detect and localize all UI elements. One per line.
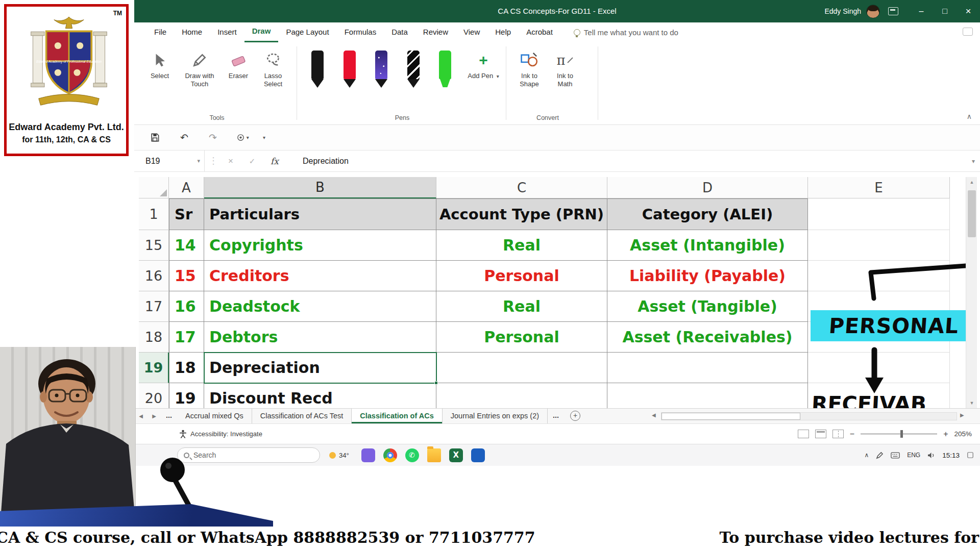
keyboard-tray-icon[interactable] bbox=[891, 452, 900, 459]
zoom-slider[interactable] bbox=[861, 433, 937, 435]
expand-formula-bar-button[interactable]: ▾ bbox=[972, 158, 975, 165]
accessibility-label: Accessibility: Investigate bbox=[190, 430, 262, 438]
ribbon-panel: Select Draw with Touch Eraser Lasso Sele… bbox=[134, 42, 980, 125]
language-indicator[interactable]: ENG bbox=[907, 452, 920, 459]
sheet-tab-journal-entries-on-exps[interactable]: Journal Entries on exps (2) bbox=[443, 409, 548, 423]
tab-data[interactable]: Data bbox=[384, 22, 415, 42]
normal-view-button[interactable] bbox=[798, 430, 809, 438]
tab-file[interactable]: File bbox=[146, 22, 174, 42]
touch-pen-icon bbox=[179, 48, 220, 72]
marquee-right-text: To purchase video lectures for bbox=[719, 529, 979, 546]
customize-qat-button[interactable]: ▾ bbox=[261, 135, 265, 140]
notification-icon[interactable] bbox=[967, 452, 974, 459]
weather-widget[interactable]: 34° bbox=[329, 452, 349, 459]
chevron-down-icon: ▾ bbox=[197, 158, 200, 164]
logo-name: Edward Academy Pvt. Ltd. bbox=[7, 122, 126, 133]
ink-text-receivable: RECEIVAB bbox=[811, 392, 927, 408]
chrome-icon[interactable] bbox=[383, 448, 397, 462]
volume-icon[interactable] bbox=[927, 452, 935, 459]
minimize-button[interactable]: – bbox=[910, 0, 933, 22]
highlighter-green-button[interactable] bbox=[433, 49, 457, 92]
maximize-button[interactable]: □ bbox=[933, 0, 957, 22]
enter-button[interactable]: ✓ bbox=[243, 151, 261, 171]
page-layout-view-button[interactable] bbox=[815, 430, 826, 438]
pen-galaxy-button[interactable] bbox=[369, 49, 394, 92]
tab-page-layout[interactable]: Page Layout bbox=[278, 22, 336, 42]
formula-input[interactable]: Depreciation bbox=[303, 151, 349, 171]
pen-red-button[interactable] bbox=[337, 49, 362, 92]
eraser-button[interactable]: Eraser bbox=[224, 48, 253, 80]
tab-draw[interactable]: Draw bbox=[244, 22, 279, 42]
select-button[interactable]: Select bbox=[144, 48, 175, 80]
presenter bbox=[0, 347, 136, 527]
file-explorer-icon[interactable] bbox=[427, 448, 441, 462]
sheet-more-left-button[interactable]: ... bbox=[161, 409, 177, 423]
vertical-scrollbar[interactable]: ▲ ▼ bbox=[966, 177, 977, 408]
draw-with-touch-button[interactable]: Draw with Touch bbox=[179, 48, 220, 88]
zoom-slider-thumb[interactable] bbox=[900, 430, 903, 438]
accessibility-status[interactable]: Accessibility: Investigate bbox=[179, 430, 262, 438]
marquee-bar: CA & CS course, call or WhatsApp 8888882… bbox=[0, 527, 980, 551]
undo-button[interactable]: ↶ bbox=[180, 132, 188, 143]
sheet-more-right-button[interactable]: ... bbox=[548, 409, 564, 423]
tray-expand-icon[interactable]: ∧ bbox=[864, 452, 869, 459]
sheet-nav-left-button[interactable]: ◀ bbox=[134, 409, 148, 423]
formula-bar-handle[interactable]: ⋮ bbox=[209, 155, 218, 166]
pen-pattern-button[interactable] bbox=[401, 49, 426, 92]
crest-motto: Edward Academy of Professional Education bbox=[36, 60, 102, 64]
logo-subtitle: for 11th, 12th, CA & CS bbox=[7, 135, 126, 144]
ink-to-shape-button[interactable]: Ink to Shape bbox=[513, 48, 545, 88]
collapse-ribbon-button[interactable]: ∧ bbox=[967, 112, 972, 120]
add-pen-button[interactable]: + Add Pen ▾ bbox=[465, 48, 502, 81]
tab-home[interactable]: Home bbox=[174, 22, 210, 42]
tell-me-box[interactable]: Tell me what you want to do bbox=[574, 22, 678, 42]
sheet-tab-bar: ◀ ▶ ... Accrual mixed Qs Classification … bbox=[134, 408, 980, 423]
user-avatar[interactable] bbox=[866, 5, 880, 18]
zoom-in-button[interactable]: + bbox=[943, 430, 948, 439]
ribbon-display-options-icon[interactable] bbox=[888, 7, 898, 15]
blue-app-icon[interactable] bbox=[471, 448, 485, 462]
whatsapp-icon[interactable]: ✆ bbox=[405, 448, 419, 462]
pen-black-button[interactable] bbox=[305, 49, 330, 92]
tab-formulas[interactable]: Formulas bbox=[337, 22, 384, 42]
hscroll-right-button[interactable]: ▶ bbox=[960, 412, 964, 418]
tab-review[interactable]: Review bbox=[415, 22, 456, 42]
redo-button[interactable]: ↷ bbox=[209, 132, 217, 143]
logo-card: TM Edward Academy of Professional Educat… bbox=[4, 4, 129, 156]
purple-app-icon[interactable] bbox=[361, 448, 375, 462]
ink-to-math-icon: π bbox=[549, 48, 581, 72]
page-break-view-button[interactable] bbox=[832, 430, 844, 438]
clock[interactable]: 15:13 bbox=[942, 452, 960, 459]
tab-acrobat[interactable]: Acrobat bbox=[519, 22, 560, 42]
trademark: TM bbox=[113, 10, 122, 17]
zoom-out-button[interactable]: − bbox=[850, 430, 854, 439]
ink-to-math-button[interactable]: π Ink to Math bbox=[549, 48, 581, 88]
lasso-select-button[interactable]: Lasso Select bbox=[257, 48, 289, 88]
horizontal-scrollbar[interactable] bbox=[661, 412, 957, 420]
add-sheet-button[interactable]: + bbox=[570, 411, 580, 421]
tab-insert[interactable]: Insert bbox=[210, 22, 244, 42]
insert-function-button[interactable]: fx bbox=[266, 151, 283, 171]
hscroll-left-button[interactable]: ◀ bbox=[652, 412, 656, 418]
excel-icon[interactable]: X bbox=[449, 448, 463, 462]
zoom-level[interactable]: 205% bbox=[954, 430, 972, 438]
pen-tray-icon[interactable] bbox=[876, 452, 884, 459]
scroll-down-button[interactable]: ▼ bbox=[966, 398, 977, 408]
tab-help[interactable]: Help bbox=[487, 22, 519, 42]
tab-view[interactable]: View bbox=[456, 22, 487, 42]
vertical-scrollbar-thumb[interactable] bbox=[968, 190, 976, 237]
ink-down-arrow bbox=[136, 177, 978, 408]
scroll-up-button[interactable]: ▲ bbox=[966, 177, 977, 187]
sheet-tab-accrual-mixed-qs[interactable]: Accrual mixed Qs bbox=[177, 409, 252, 423]
touch-mode-button[interactable]: ▾ bbox=[236, 133, 249, 142]
name-box[interactable]: B19 ▾ bbox=[138, 151, 205, 171]
sheet-nav-right-button[interactable]: ▶ bbox=[148, 409, 161, 423]
cancel-button[interactable]: × bbox=[222, 151, 239, 171]
weather-temp: 34° bbox=[339, 452, 349, 459]
save-button[interactable] bbox=[150, 133, 160, 142]
sheet-tab-classification-of-acs-test[interactable]: Classification of ACs Test bbox=[252, 409, 352, 423]
sheet-tab-classification-of-acs[interactable]: Classification of ACs bbox=[352, 409, 443, 423]
horizontal-scrollbar-thumb[interactable] bbox=[662, 413, 800, 420]
close-button[interactable]: × bbox=[957, 0, 980, 22]
comments-icon[interactable] bbox=[963, 28, 973, 36]
